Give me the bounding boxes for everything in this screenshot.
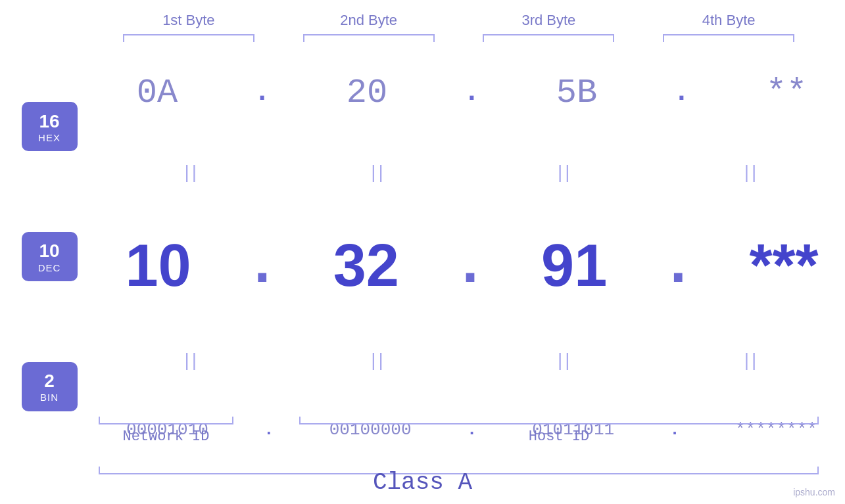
bracket-b2 <box>303 34 435 42</box>
top-brackets <box>99 34 845 42</box>
bracket-b3 <box>483 34 614 42</box>
hex-b2: 20 <box>347 74 387 112</box>
eq1-b3: || <box>475 162 656 183</box>
hex-row: 0A . 20 . 5B . ** <box>99 74 845 112</box>
dec-b4: *** <box>749 232 818 300</box>
equals-row-2: || || || || <box>99 350 845 371</box>
main-container: 1st Byte 2nd Byte 3rd Byte 4th Byte 16 H… <box>0 0 845 504</box>
bracket-b1 <box>123 34 254 42</box>
hex-badge-number: 16 <box>39 110 59 133</box>
host-id-label: Host ID <box>299 428 819 445</box>
hex-badge-label: HEX <box>38 132 60 143</box>
dec-badge-label: DEC <box>38 262 61 273</box>
eq2-b2: || <box>288 350 469 371</box>
watermark: ipshu.com <box>793 487 835 497</box>
eq2-b3: || <box>475 350 656 371</box>
equals-row-1: || || || || <box>99 162 845 183</box>
dec-row: 10 . 32 . 91 . *** <box>99 232 845 300</box>
hex-b1: 0A <box>137 74 178 112</box>
bracket-b4 <box>663 34 794 42</box>
dec-dot2: . <box>452 233 488 300</box>
byte1-header: 1st Byte <box>99 12 279 29</box>
byte4-header: 4th Byte <box>639 12 819 29</box>
dec-badge-number: 10 <box>39 240 59 262</box>
eq1-b1: || <box>101 162 282 183</box>
dec-badge: 10 DEC <box>22 232 78 281</box>
class-label: Class A <box>0 469 845 496</box>
eq2-b4: || <box>662 350 842 371</box>
hex-dot3: . <box>673 77 690 108</box>
eq2-b1: || <box>101 350 282 371</box>
hex-b3: 5B <box>556 74 597 112</box>
byte2-header: 2nd Byte <box>279 12 459 29</box>
badges-column: 16 HEX 10 DEC 2 BIN <box>0 49 99 504</box>
host-bracket-line <box>299 417 819 424</box>
byte3-header: 3rd Byte <box>459 12 639 29</box>
hex-badge: 16 HEX <box>22 102 78 151</box>
dec-b2: 32 <box>333 232 399 300</box>
byte-headers: 1st Byte 2nd Byte 3rd Byte 4th Byte <box>99 0 845 29</box>
hex-dot2: . <box>464 77 480 108</box>
network-id-area: Network ID <box>99 417 299 445</box>
bin-badge-label: BIN <box>40 392 59 403</box>
network-id-label: Network ID <box>99 428 233 445</box>
dec-b3: 91 <box>541 232 607 300</box>
dec-dot1: . <box>245 233 280 300</box>
network-bracket-line <box>99 417 233 424</box>
bin-badge: 2 BIN <box>22 362 78 411</box>
eq1-b2: || <box>288 162 469 183</box>
host-id-area: Host ID <box>299 417 819 445</box>
eq1-b4: || <box>662 162 842 183</box>
hex-dot1: . <box>254 77 270 108</box>
bottom-brackets: Network ID Host ID <box>99 417 819 445</box>
hex-b4: ** <box>766 74 807 112</box>
bin-badge-number: 2 <box>44 370 55 392</box>
dec-b1: 10 <box>126 232 191 300</box>
dec-dot3: . <box>660 233 696 300</box>
